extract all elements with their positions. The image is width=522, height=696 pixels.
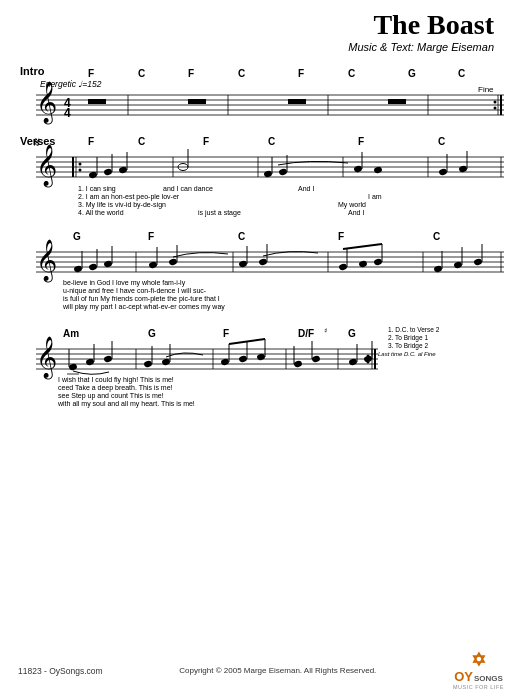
svg-text:Last time D.C. al Fine: Last time D.C. al Fine xyxy=(378,351,436,357)
svg-text:C: C xyxy=(238,68,245,79)
svg-line-116 xyxy=(343,244,382,249)
svg-rect-28 xyxy=(388,99,406,104)
svg-text:C: C xyxy=(438,136,445,147)
svg-text:F: F xyxy=(148,231,154,242)
svg-text:F: F xyxy=(188,68,194,79)
page: The Boast Music & Text: Marge Eiseman In… xyxy=(0,0,522,696)
svg-point-68 xyxy=(438,168,447,176)
svg-text:And  I: And I xyxy=(348,209,364,216)
svg-point-160 xyxy=(238,355,247,363)
svg-text:C: C xyxy=(433,231,440,242)
svg-text:G: G xyxy=(408,68,416,79)
svg-rect-26 xyxy=(188,99,206,104)
svg-text:D/F: D/F xyxy=(298,328,314,339)
oy-logo-star: ✡ xyxy=(471,651,486,669)
svg-point-61 xyxy=(278,168,287,176)
sheet-music: Intro Energetic ♩=152 F C F C F C G C Fi… xyxy=(18,57,504,631)
svg-text:is  just  a  stage: is just a stage xyxy=(198,209,241,217)
svg-rect-25 xyxy=(88,99,106,104)
footer-logo: ✡ OY SONGS MUSIC FOR LIFE xyxy=(453,651,504,690)
svg-text:2. To Bridge 1: 2. To Bridge 1 xyxy=(388,334,428,342)
footer-item-number: 11823 - OySongs.com xyxy=(18,666,103,676)
svg-text:F: F xyxy=(358,136,364,147)
svg-text:C: C xyxy=(138,136,145,147)
svg-point-114 xyxy=(373,258,382,266)
svg-text:3. To Bridge 2: 3. To Bridge 2 xyxy=(388,342,428,350)
svg-text:see                Step  up   : see Step up and count This is me! xyxy=(58,392,164,400)
svg-point-168 xyxy=(311,355,320,363)
footer-copyright: Copyright © 2005 Marge Eiseman. All Righ… xyxy=(103,666,453,675)
svg-text:G: G xyxy=(348,328,356,339)
svg-point-122 xyxy=(473,258,482,266)
svg-text:G: G xyxy=(73,231,81,242)
svg-text:Am: Am xyxy=(63,328,79,339)
svg-text:C: C xyxy=(238,231,245,242)
svg-text:be-lieve  in  God      I   lov: be-lieve in God I love my whole fam-i-ly xyxy=(63,279,186,287)
svg-text:F: F xyxy=(203,136,209,147)
svg-text:u-nique   and  free   I   have: u-nique and free I have con-fi-dence I w… xyxy=(63,287,207,295)
sheet-music-svg: Intro Energetic ♩=152 F C F C F C G C Fi… xyxy=(18,57,504,627)
svg-text:I   am: I am xyxy=(368,193,382,200)
song-subtitle: Music & Text: Marge Eiseman xyxy=(18,41,494,53)
svg-text:is  full   of  fun     My  fri: is full of fun My friends com-plete the … xyxy=(63,295,220,303)
svg-point-51 xyxy=(103,168,112,176)
svg-text:3. My  life  is  viv-id  by-de: 3. My life is viv-id by-de-sign xyxy=(78,201,166,209)
svg-text:𝄞: 𝄞 xyxy=(36,81,57,125)
svg-point-29 xyxy=(494,100,497,103)
title-area: The Boast Music & Text: Marge Eiseman xyxy=(18,10,504,53)
svg-text:G: G xyxy=(148,328,156,339)
svg-point-103 xyxy=(168,258,177,266)
svg-text:Fine: Fine xyxy=(478,85,494,94)
svg-text:𝄞: 𝄞 xyxy=(36,144,57,188)
svg-text:F: F xyxy=(88,136,94,147)
songs-text: SONGS xyxy=(474,674,503,683)
svg-text:1. I   can  sing: 1. I can sing xyxy=(78,185,116,193)
svg-point-166 xyxy=(293,360,302,368)
svg-text:𝄞: 𝄞 xyxy=(36,336,57,380)
svg-point-108 xyxy=(258,258,267,266)
svg-text:And  I: And I xyxy=(298,185,314,192)
svg-point-111 xyxy=(338,263,347,271)
svg-text:C: C xyxy=(348,68,355,79)
svg-text:C: C xyxy=(268,136,275,147)
svg-text:𝄞: 𝄞 xyxy=(36,239,57,283)
svg-point-48 xyxy=(79,168,82,171)
svg-text:ceed                Take  a   : ceed Take a deep breath. This is me! xyxy=(58,384,173,392)
svg-text:will  play  my  part    I  ac-: will play my part I ac-cept what-ev-er c… xyxy=(62,303,225,311)
svg-point-96 xyxy=(88,263,97,271)
svg-point-153 xyxy=(143,360,152,368)
oy-text: OY xyxy=(454,669,473,684)
svg-text:F: F xyxy=(223,328,229,339)
logo-tagline: MUSIC FOR LIFE xyxy=(453,684,504,690)
svg-point-30 xyxy=(494,106,497,109)
svg-text:2. I   am   an  hon-est  peo-p: 2. I am an hon-est peo-ple lov-er xyxy=(78,193,180,201)
footer: 11823 - OySongs.com Copyright © 2005 Mar… xyxy=(0,651,522,690)
svg-text:My  world: My world xyxy=(338,201,366,209)
svg-text:Intro: Intro xyxy=(20,65,45,77)
svg-text:F: F xyxy=(338,231,344,242)
svg-point-150 xyxy=(103,355,112,363)
svg-rect-27 xyxy=(288,99,306,104)
svg-point-177 xyxy=(367,354,370,357)
svg-text:I    wish  that  I    could  f: I wish that I could fly high! This is me… xyxy=(58,376,174,384)
svg-point-47 xyxy=(79,162,82,165)
svg-text:F: F xyxy=(88,68,94,79)
svg-text:♯: ♯ xyxy=(324,327,327,334)
song-title: The Boast xyxy=(18,10,494,41)
svg-text:4. All the  world: 4. All the world xyxy=(78,209,124,216)
svg-point-178 xyxy=(367,360,370,363)
svg-text:4: 4 xyxy=(64,106,71,120)
svg-text:C: C xyxy=(138,68,145,79)
svg-text:with  all  my  soul   and  all: with all my soul and all my heart. This … xyxy=(57,400,195,408)
svg-text:C: C xyxy=(458,68,465,79)
svg-text:1. D.C. to Verse 2: 1. D.C. to Verse 2 xyxy=(388,326,440,333)
svg-text:F: F xyxy=(298,68,304,79)
svg-text:and  I   can  dance: and I can dance xyxy=(163,185,213,192)
